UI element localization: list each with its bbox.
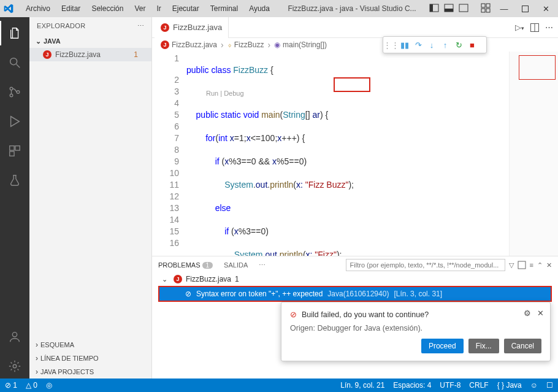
menu-ayuda[interactable]: Ayuda	[244, 2, 275, 15]
layout-custom-icon[interactable]	[481, 3, 492, 14]
step-into-icon[interactable]: ↓	[427, 40, 436, 49]
window-close-icon[interactable]: ✕	[537, 2, 554, 15]
list-icon[interactable]: ≡	[530, 261, 533, 269]
layout-bottom-icon[interactable]	[444, 3, 455, 14]
error-icon: ⊘	[290, 310, 297, 319]
cancel-button[interactable]: Cancel	[504, 339, 541, 353]
error-icon: ⊘	[185, 290, 191, 298]
svg-rect-1	[430, 4, 433, 12]
sidebar-file-error-count: 1	[134, 50, 138, 59]
svg-rect-15	[10, 146, 14, 150]
svg-rect-5	[481, 4, 485, 7]
editor-area: FizzBuzz.java ▷▾ ⋯ FizzBuzz.java ⬨FizzBu…	[152, 17, 558, 379]
code-editor[interactable]: 1 2 3 4 5 6 7 8 9 10 11 12 13 14 15 16 p…	[152, 52, 558, 256]
status-encoding[interactable]: UTF-8	[440, 381, 461, 390]
svg-rect-8	[486, 9, 490, 12]
activity-testing-icon[interactable]	[0, 168, 29, 193]
editor-tabs: FizzBuzz.java ▷▾ ⋯	[152, 17, 558, 38]
sidebar-outline[interactable]: ESQUEMA	[29, 338, 151, 352]
menu-editar[interactable]: Editar	[56, 2, 85, 15]
line-gutter: 1 2 3 4 5 6 7 8 9 10 11 12 13 14 15 16	[152, 52, 186, 256]
status-warnings[interactable]: △ 0	[26, 381, 37, 390]
svg-rect-3	[445, 9, 453, 12]
svg-rect-17	[10, 152, 14, 156]
status-bar: ⊘ 1 △ 0 ◎ Lín. 9, col. 21 Espacios: 4 UT…	[0, 379, 558, 392]
svg-rect-4	[459, 4, 468, 12]
activity-settings-icon[interactable]	[0, 354, 29, 379]
window-minimize-icon[interactable]: ―	[495, 2, 513, 15]
status-feedback-icon[interactable]: ☺	[530, 381, 538, 390]
java-file-icon	[174, 275, 182, 283]
window-title: FizzBuzz.java - java - Visual Studio C..…	[277, 4, 427, 13]
problem-item[interactable]: ⊘ Syntax error on token "+", ++ expected…	[159, 287, 551, 301]
status-spaces[interactable]: Espacios: 4	[393, 381, 431, 390]
panel-close-icon[interactable]: ✕	[546, 261, 552, 269]
notification-message: Build failed, do you want to continue?	[302, 310, 429, 319]
panel-up-icon[interactable]: ⌃	[537, 261, 543, 269]
activity-run-icon[interactable]	[0, 109, 29, 134]
menu-terminal[interactable]: Terminal	[205, 2, 243, 15]
status-errors[interactable]: ⊘ 1	[5, 381, 17, 390]
svg-rect-6	[486, 4, 490, 7]
menu-ir[interactable]: Ir	[151, 2, 166, 15]
svg-rect-7	[481, 9, 485, 12]
status-bell-icon[interactable]: ☐	[546, 381, 553, 390]
activity-account-icon[interactable]	[0, 325, 29, 349]
layout-left-icon[interactable]	[429, 3, 440, 14]
fix-button[interactable]: Fix...	[468, 339, 499, 353]
status-language[interactable]: { } Java	[497, 381, 522, 390]
problems-filter-input[interactable]	[346, 259, 505, 271]
panel-more-icon[interactable]: ⋯	[259, 261, 266, 269]
svg-point-10	[10, 58, 17, 65]
step-out-icon[interactable]: ↑	[441, 40, 449, 49]
menu-seleccion[interactable]: Selección	[86, 2, 128, 15]
status-cursor-pos[interactable]: Lín. 9, col. 21	[340, 381, 384, 390]
minimap[interactable]	[509, 52, 558, 256]
stop-icon[interactable]: ■	[468, 40, 476, 49]
layout-right-icon[interactable]	[459, 3, 470, 14]
menu-ejecutar[interactable]: Ejecutar	[167, 2, 204, 15]
sidebar-file-fizzbuzz[interactable]: FizzBuzz.java 1	[29, 48, 151, 61]
menu-bar: Archivo Editar Selección Ver Ir Ejecutar…	[21, 2, 275, 15]
sidebar-title: EXPLORADOR	[37, 22, 85, 29]
editor-more-icon[interactable]: ⋯	[545, 23, 553, 32]
svg-rect-16	[15, 146, 20, 150]
svg-point-19	[13, 364, 17, 368]
collapse-icon[interactable]	[518, 261, 526, 269]
tab-fizzbuzz[interactable]: FizzBuzz.java	[155, 17, 229, 38]
step-over-icon[interactable]: ↷	[414, 40, 422, 49]
status-radio-icon[interactable]: ◎	[46, 381, 52, 390]
problem-file-row[interactable]: FizzBuzz.java 1	[158, 275, 552, 283]
breadcrumb[interactable]: FizzBuzz.java ⬨FizzBuzz ◉main(String[])	[152, 38, 558, 52]
notification-close-icon[interactable]: ✕	[537, 309, 544, 318]
proceed-button[interactable]: Proceed	[421, 339, 464, 353]
menu-archivo[interactable]: Archivo	[21, 2, 55, 15]
activity-extensions-icon[interactable]	[0, 139, 29, 163]
notification-gear-icon[interactable]: ⚙	[524, 309, 531, 318]
vscode-logo-icon	[4, 4, 13, 13]
filter-icon[interactable]: ▽	[509, 261, 514, 269]
pause-icon[interactable]: ▮▮	[400, 40, 409, 49]
split-editor-icon[interactable]	[530, 23, 539, 32]
java-file-icon	[161, 40, 169, 49]
sidebar-explorer: EXPLORADOR ⋯ JAVA FizzBuzz.java 1 ESQUEM…	[29, 17, 152, 379]
svg-point-13	[10, 94, 13, 97]
svg-rect-9	[522, 6, 528, 12]
panel-tab-problems[interactable]: PROBLEMAS 1	[158, 261, 213, 269]
panel-tab-output[interactable]: SALIDA	[224, 261, 248, 269]
activity-scm-icon[interactable]	[0, 80, 29, 104]
activity-explorer-icon[interactable]	[0, 21, 29, 45]
svg-rect-22	[518, 261, 526, 269]
status-eol[interactable]: CRLF	[469, 381, 488, 390]
drag-handle-icon[interactable]: ⋮⋮	[387, 40, 396, 49]
menu-ver[interactable]: Ver	[129, 2, 150, 15]
restart-icon[interactable]: ↻	[454, 40, 463, 49]
sidebar-folder[interactable]: JAVA	[29, 34, 151, 48]
activity-search-icon[interactable]	[0, 50, 29, 75]
sidebar-timeline[interactable]: LÍNEA DE TIEMPO	[29, 352, 151, 365]
debug-toolbar[interactable]: ⋮⋮ ▮▮ ↷ ↓ ↑ ↻ ■	[383, 36, 487, 53]
sidebar-java-projects[interactable]: JAVA PROJECTS	[29, 365, 151, 379]
window-maximize-icon[interactable]	[516, 2, 533, 15]
sidebar-more-icon[interactable]: ⋯	[137, 22, 144, 30]
run-split-icon[interactable]: ▷▾	[515, 23, 524, 32]
